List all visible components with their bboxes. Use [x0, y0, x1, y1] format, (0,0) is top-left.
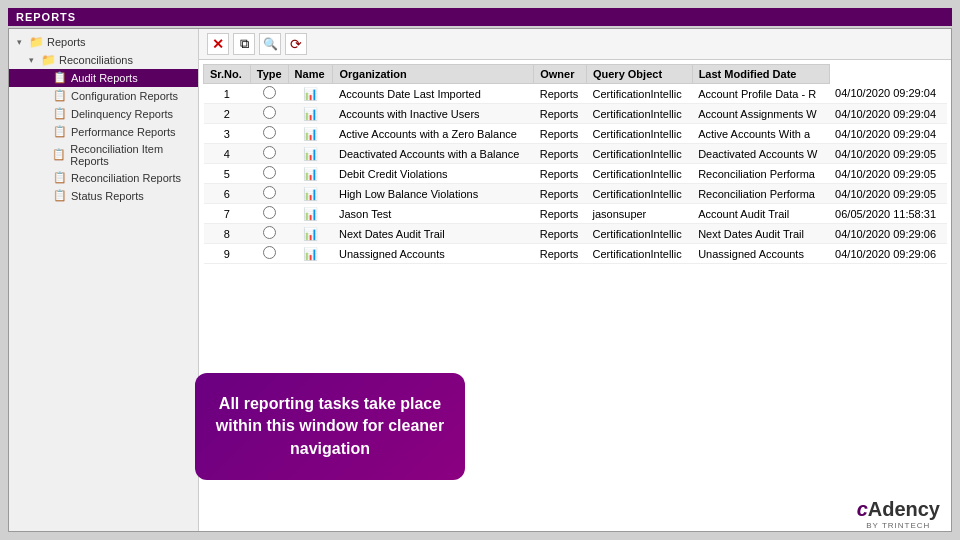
refresh-icon: ⟳: [290, 36, 302, 52]
cell-organization: Reports: [534, 204, 587, 224]
cell-radio[interactable]: [250, 144, 288, 164]
row-radio[interactable]: [263, 106, 276, 119]
type-report-icon: 📊: [303, 107, 318, 121]
cell-query-object: Unassigned Accounts: [692, 244, 829, 264]
copy-button[interactable]: ⧉: [233, 33, 255, 55]
sidebar-item-performance-reports[interactable]: 📋 Performance Reports: [9, 123, 198, 141]
search-button[interactable]: 🔍: [259, 33, 281, 55]
cell-modified-date: 04/10/2020 09:29:05: [829, 144, 947, 164]
row-radio[interactable]: [263, 246, 276, 259]
cell-sr: 3: [204, 124, 251, 144]
cell-query-object: Active Accounts With a: [692, 124, 829, 144]
report-icon-audit: 📋: [53, 71, 67, 85]
cell-radio[interactable]: [250, 84, 288, 104]
sidebar-label-delinquency-reports: Delinquency Reports: [71, 108, 173, 120]
type-report-icon: 📊: [303, 147, 318, 161]
sidebar-label-config-reports: Configuration Reports: [71, 90, 178, 102]
cell-type: 📊: [288, 224, 333, 244]
cell-type: 📊: [288, 124, 333, 144]
table-row[interactable]: 6📊High Low Balance ViolationsReportsCert…: [204, 184, 948, 204]
sidebar-item-status-reports[interactable]: 📋 Status Reports: [9, 187, 198, 205]
cell-radio[interactable]: [250, 124, 288, 144]
sidebar-item-reports[interactable]: ▾ 📁 Reports: [9, 33, 198, 51]
table-row[interactable]: 8📊Next Dates Audit TrailReportsCertifica…: [204, 224, 948, 244]
type-report-icon: 📊: [303, 227, 318, 241]
table-row[interactable]: 1📊Accounts Date Last ImportedReportsCert…: [204, 84, 948, 104]
tooltip-text: All reporting tasks take place within th…: [216, 395, 444, 457]
sidebar-item-reconciliations[interactable]: ▾ 📁 Reconciliations: [9, 51, 198, 69]
row-radio[interactable]: [263, 166, 276, 179]
col-organization: Organization: [333, 65, 534, 84]
row-radio[interactable]: [263, 186, 276, 199]
cell-modified-date: 04/10/2020 09:29:04: [829, 124, 947, 144]
cell-sr: 8: [204, 224, 251, 244]
cell-owner: CertificationIntellic: [586, 144, 692, 164]
table-row[interactable]: 5📊Debit Credit ViolationsReportsCertific…: [204, 164, 948, 184]
cell-query-object: Deactivated Accounts W: [692, 144, 829, 164]
refresh-button[interactable]: ⟳: [285, 33, 307, 55]
type-report-icon: 📊: [303, 187, 318, 201]
col-modified-date: Last Modified Date: [692, 65, 829, 84]
col-name: Name: [288, 65, 333, 84]
cell-radio[interactable]: [250, 224, 288, 244]
col-owner: Owner: [534, 65, 587, 84]
row-radio[interactable]: [263, 86, 276, 99]
cell-radio[interactable]: [250, 244, 288, 264]
tooltip-bubble: All reporting tasks take place within th…: [195, 373, 465, 480]
sidebar-label-reconciliations: Reconciliations: [59, 54, 133, 66]
sidebar-item-delinquency-reports[interactable]: 📋 Delinquency Reports: [9, 105, 198, 123]
expand-icon: ▾: [17, 37, 27, 47]
sidebar-item-configuration-reports[interactable]: 📋 Configuration Reports: [9, 87, 198, 105]
cell-query-object: Account Profile Data - R: [692, 84, 829, 104]
cell-organization: Reports: [534, 244, 587, 264]
sidebar-label-status-reports: Status Reports: [71, 190, 144, 202]
cell-modified-date: 04/10/2020 09:29:06: [829, 244, 947, 264]
cell-type: 📊: [288, 104, 333, 124]
folder-icon-recon: 📁: [41, 53, 55, 67]
table-row[interactable]: 3📊Active Accounts with a Zero BalanceRep…: [204, 124, 948, 144]
cell-owner: jasonsuper: [586, 204, 692, 224]
cell-sr: 2: [204, 104, 251, 124]
cell-organization: Reports: [534, 184, 587, 204]
table-row[interactable]: 2📊Accounts with Inactive UsersReportsCer…: [204, 104, 948, 124]
logo-c: c: [857, 498, 868, 520]
row-radio[interactable]: [263, 206, 276, 219]
cell-organization: Reports: [534, 144, 587, 164]
row-radio[interactable]: [263, 226, 276, 239]
cell-organization: Reports: [534, 124, 587, 144]
main-container: REPORTS ▾ 📁 Reports ▾ 📁 Reconciliations …: [0, 0, 960, 540]
cell-radio[interactable]: [250, 204, 288, 224]
logo-rest: Adency: [868, 498, 940, 520]
table-row[interactable]: 4📊Deactivated Accounts with a BalanceRep…: [204, 144, 948, 164]
cell-name: Debit Credit Violations: [333, 164, 534, 184]
cell-radio[interactable]: [250, 184, 288, 204]
expand-spacer: [41, 73, 51, 83]
cell-owner: CertificationIntellic: [586, 124, 692, 144]
cell-name: Accounts with Inactive Users: [333, 104, 534, 124]
sidebar: ▾ 📁 Reports ▾ 📁 Reconciliations 📋 Audit …: [9, 29, 199, 531]
app-header: REPORTS: [8, 8, 952, 26]
cell-owner: CertificationIntellic: [586, 104, 692, 124]
cell-radio[interactable]: [250, 164, 288, 184]
cell-owner: CertificationIntellic: [586, 224, 692, 244]
row-radio[interactable]: [263, 126, 276, 139]
sidebar-item-audit-reports[interactable]: 📋 Audit Reports: [9, 69, 198, 87]
cell-modified-date: 04/10/2020 09:29:05: [829, 184, 947, 204]
cell-radio[interactable]: [250, 104, 288, 124]
cell-organization: Reports: [534, 224, 587, 244]
cell-sr: 6: [204, 184, 251, 204]
cell-sr: 1: [204, 84, 251, 104]
table-row[interactable]: 7📊Jason TestReportsjasonsuperAccount Aud…: [204, 204, 948, 224]
cell-sr: 7: [204, 204, 251, 224]
sidebar-label-recon-reports: Reconciliation Reports: [71, 172, 181, 184]
cell-name: Unassigned Accounts: [333, 244, 534, 264]
cell-modified-date: 04/10/2020 09:29:04: [829, 84, 947, 104]
table-row[interactable]: 9📊Unassigned AccountsReportsCertificatio…: [204, 244, 948, 264]
cell-query-object: Reconciliation Performa: [692, 184, 829, 204]
cell-query-object: Reconciliation Performa: [692, 164, 829, 184]
row-radio[interactable]: [263, 146, 276, 159]
search-icon: 🔍: [263, 37, 278, 51]
sidebar-item-reconciliation-item-reports[interactable]: 📋 Reconciliation Item Reports: [9, 141, 198, 169]
sidebar-item-reconciliation-reports[interactable]: 📋 Reconciliation Reports: [9, 169, 198, 187]
delete-button[interactable]: ✕: [207, 33, 229, 55]
